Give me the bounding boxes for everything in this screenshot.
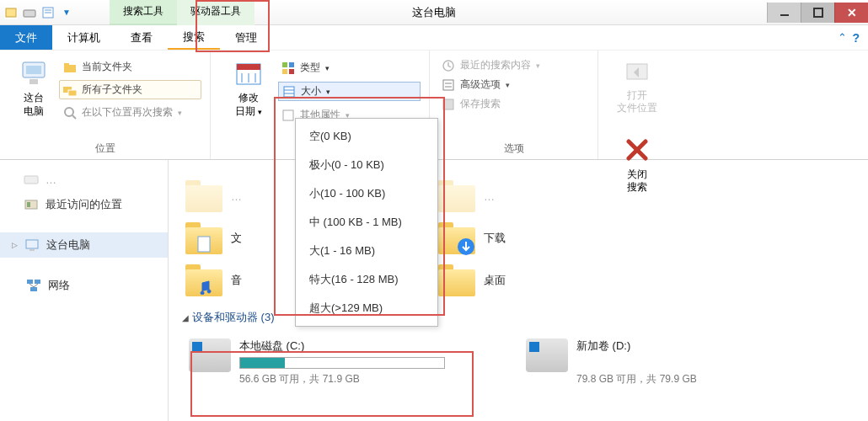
size-opt-empty[interactable]: 空(0 KB)	[296, 122, 437, 151]
size-opt-tiny[interactable]: 极小(0 - 10 KB)	[296, 151, 437, 179]
drive-d[interactable]: 新加卷 (D:) 79.8 GB 可用，共 79.9 GB	[519, 332, 738, 393]
qat-dropdown-icon[interactable]: ▼	[59, 5, 74, 20]
sidebar-network-label: 网络	[48, 278, 70, 293]
app-icon	[3, 5, 19, 20]
ribbon-collapse-icon[interactable]: ⌃	[838, 31, 847, 44]
folder-desktop[interactable]: 桌面	[435, 259, 578, 301]
ribbon-recent-searches[interactable]: 最近的搜索内容 ▾	[438, 56, 589, 75]
svg-line-16	[72, 115, 76, 119]
drive-icon[interactable]	[22, 5, 37, 20]
svg-rect-1	[6, 8, 16, 17]
svg-rect-7	[814, 8, 822, 17]
ribbon-date-modified[interactable]: 修改日期 ▾	[226, 59, 271, 124]
ribbon-close-search[interactable]: 关闭搜索	[612, 135, 662, 194]
svg-rect-41	[26, 240, 38, 248]
size-opt-small[interactable]: 小(10 - 100 KB)	[296, 179, 437, 208]
ribbon-group-end: 打开文件位置 关闭搜索	[598, 51, 868, 159]
search-again-icon	[63, 106, 77, 120]
svg-line-46	[29, 284, 34, 287]
size-opt-large[interactable]: 大(1 - 16 MB)	[296, 237, 437, 265]
ribbon-group-label-options: 选项	[430, 141, 597, 156]
svg-rect-25	[289, 69, 294, 74]
size-opt-huge[interactable]: 超大(>129 MB)	[296, 294, 437, 322]
svg-rect-31	[443, 80, 453, 90]
ribbon-current-folder[interactable]: 当前文件夹	[59, 57, 201, 77]
folder-item[interactable]: …	[435, 175, 578, 217]
tooltab-search[interactable]: 搜索工具	[110, 0, 177, 26]
subfolders-icon	[63, 83, 77, 97]
properties-icon[interactable]	[40, 5, 56, 20]
expand-icon[interactable]: ▷	[12, 241, 18, 249]
music-overlay-icon	[197, 280, 212, 295]
svg-rect-10	[29, 79, 38, 84]
menubar: 文件 计算机 查看 搜索 管理 ⌃ ?	[0, 25, 868, 51]
folder-downloads[interactable]: 下载	[435, 217, 578, 259]
sidebar-item-partial[interactable]: …	[0, 167, 168, 192]
ribbon-advanced-options[interactable]: 高级选项 ▾	[438, 75, 589, 94]
folder-icon	[63, 61, 77, 74]
folder-downloads-label: 下载	[484, 231, 506, 246]
ribbon-save-search[interactable]: 保存搜索	[438, 94, 589, 114]
recent-places-icon	[24, 197, 39, 212]
sidebar-item-network[interactable]: 网络	[0, 273, 168, 298]
size-opt-xlarge[interactable]: 特大(16 - 128 MB)	[296, 265, 437, 294]
svg-rect-48	[198, 237, 210, 252]
ribbon-size[interactable]: 大小 ▾	[278, 82, 421, 101]
svg-rect-38	[24, 176, 38, 184]
ribbon-all-subfolders[interactable]: 所有子文件夹	[59, 80, 201, 99]
hdd-icon	[526, 338, 568, 372]
devices-section-header[interactable]: ◢ 设备和驱动器 (3)	[182, 310, 855, 325]
svg-rect-23	[289, 62, 294, 67]
network-icon	[26, 278, 41, 293]
window-title: 这台电脑	[412, 5, 456, 20]
size-opt-medium[interactable]: 中 (100 KB - 1 MB)	[296, 208, 437, 237]
menu-view[interactable]: 查看	[115, 25, 168, 50]
ribbon-group-options: 最近的搜索内容 ▾ 高级选项 ▾ 保存搜索 选项	[430, 51, 598, 159]
close-button[interactable]: ✕	[834, 3, 868, 23]
sidebar-item-recent-places[interactable]: 最近访问的位置	[0, 192, 168, 217]
svg-rect-43	[27, 280, 33, 284]
ribbon-recent-label: 最近的搜索内容	[460, 58, 531, 72]
drive-c[interactable]: 本地磁盘 (C:) 56.6 GB 可用，共 71.9 GB	[182, 332, 452, 393]
advanced-icon	[442, 78, 455, 92]
svg-rect-18	[237, 64, 260, 70]
menu-computer[interactable]: 计算机	[52, 25, 115, 50]
collapse-icon[interactable]: ◢	[182, 313, 189, 322]
chevron-down-icon: ▾	[178, 109, 182, 117]
close-search-l1: 关闭	[627, 168, 647, 180]
size-icon	[282, 85, 296, 99]
maximize-button[interactable]	[801, 3, 834, 23]
save-icon	[442, 98, 455, 111]
ribbon-search-again-in[interactable]: 在以下位置再次搜索 ▾	[59, 103, 201, 122]
svg-rect-6	[780, 14, 789, 16]
svg-rect-34	[443, 99, 453, 109]
menu-search[interactable]: 搜索	[168, 25, 220, 50]
chevron-down-icon: ▾	[536, 61, 540, 70]
document-overlay-icon	[196, 236, 212, 253]
svg-rect-26	[284, 87, 294, 97]
ribbon-save-label: 保存搜索	[460, 97, 501, 111]
drive-d-stats: 79.8 GB 可用，共 79.9 GB	[576, 372, 731, 386]
svg-rect-44	[35, 280, 40, 284]
ribbon-thispc-label-2: 电脑	[24, 105, 44, 117]
drive-c-name: 本地磁盘 (C:)	[239, 338, 445, 354]
open-location-l2: 文件位置	[617, 102, 657, 114]
menu-file[interactable]: 文件	[0, 25, 52, 50]
sidebar-item-thispc[interactable]: ▷ 这台电脑	[0, 232, 168, 258]
properties-icon	[281, 109, 295, 122]
help-icon[interactable]: ?	[852, 31, 860, 45]
ribbon-type[interactable]: 类型 ▾	[278, 59, 421, 77]
ribbon-date-label-1: 修改	[238, 92, 259, 104]
svg-rect-29	[283, 110, 293, 120]
ribbon-group-location: 这台电脑 当前文件夹 所有子文件夹 在以下位置再次搜索 ▾ 位置	[0, 51, 211, 159]
svg-rect-14	[68, 90, 77, 96]
svg-rect-42	[29, 249, 35, 251]
size-dropdown-menu: 空(0 KB) 极小(0 - 10 KB) 小(10 - 100 KB) 中 (…	[295, 118, 438, 327]
tooltab-drive[interactable]: 驱动器工具	[177, 0, 255, 26]
history-icon	[442, 59, 455, 72]
svg-line-47	[34, 284, 38, 287]
menu-manage[interactable]: 管理	[220, 25, 272, 50]
minimize-button[interactable]	[767, 3, 801, 23]
svg-rect-2	[24, 10, 35, 17]
window-controls: ✕	[767, 3, 868, 23]
